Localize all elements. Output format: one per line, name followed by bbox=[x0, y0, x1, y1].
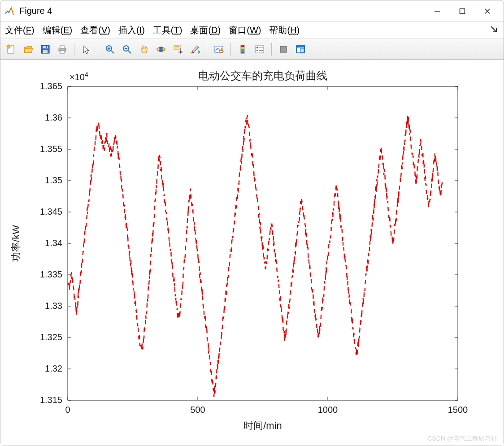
zoom-in-icon[interactable] bbox=[103, 42, 117, 56]
dock-icon[interactable] bbox=[293, 42, 308, 56]
toolbar bbox=[0, 39, 504, 60]
menu-file[interactable]: 文件(F) bbox=[5, 24, 35, 36]
data-cursor-icon[interactable] bbox=[171, 42, 185, 56]
svg-text:1.335: 1.335 bbox=[40, 269, 62, 279]
svg-rect-1 bbox=[460, 9, 465, 13]
svg-rect-22 bbox=[174, 45, 180, 50]
svg-rect-41 bbox=[280, 46, 287, 52]
svg-rect-12 bbox=[60, 51, 65, 53]
svg-rect-21 bbox=[160, 47, 162, 52]
svg-rect-28 bbox=[191, 52, 194, 53]
svg-text:1.315: 1.315 bbox=[40, 395, 62, 405]
menu-view[interactable]: 查看(V) bbox=[80, 24, 110, 36]
svg-text:1.33: 1.33 bbox=[45, 301, 62, 311]
svg-text:1000: 1000 bbox=[318, 405, 338, 415]
svg-text:1.34: 1.34 bbox=[45, 238, 62, 248]
figure-window: Figure 4 文件(F) 编辑(E) 查看(V) 插入(I) 工具(T) 桌… bbox=[0, 0, 504, 446]
menu-desktop[interactable]: 桌面(D) bbox=[190, 24, 221, 36]
close-button[interactable] bbox=[475, 1, 500, 21]
svg-rect-36 bbox=[256, 46, 264, 53]
svg-rect-35 bbox=[241, 51, 244, 53]
brush-icon[interactable] bbox=[188, 42, 202, 56]
print-icon[interactable] bbox=[55, 42, 70, 56]
svg-rect-34 bbox=[241, 49, 244, 52]
menu-help[interactable]: 帮助(H) bbox=[269, 24, 300, 36]
pan-icon[interactable] bbox=[137, 42, 151, 56]
new-figure-icon[interactable] bbox=[4, 42, 18, 56]
svg-text:0: 0 bbox=[65, 405, 70, 415]
menu-insert[interactable]: 插入(I) bbox=[118, 24, 145, 36]
svg-rect-33 bbox=[241, 47, 244, 49]
svg-text:1.32: 1.32 bbox=[45, 364, 62, 373]
svg-rect-44 bbox=[300, 48, 304, 52]
dock-arrow-icon[interactable] bbox=[490, 26, 498, 36]
link-plots-icon[interactable] bbox=[212, 42, 226, 56]
svg-rect-43 bbox=[296, 46, 304, 48]
svg-text:1.365: 1.365 bbox=[40, 81, 62, 91]
svg-rect-32 bbox=[241, 45, 244, 48]
svg-rect-45 bbox=[68, 87, 458, 400]
zoom-out-icon[interactable] bbox=[120, 42, 134, 56]
figure-area[interactable]: 0500100015001.3151.321.3251.331.3351.341… bbox=[0, 60, 504, 446]
svg-rect-37 bbox=[256, 47, 258, 48]
svg-text:时间/min: 时间/min bbox=[243, 420, 282, 431]
svg-line-14 bbox=[111, 51, 114, 53]
svg-text:1.35: 1.35 bbox=[45, 175, 62, 185]
pointer-icon[interactable] bbox=[79, 42, 93, 56]
svg-text:1.345: 1.345 bbox=[40, 207, 62, 217]
rotate3d-icon[interactable] bbox=[154, 42, 168, 56]
svg-rect-9 bbox=[46, 46, 47, 48]
menu-tools[interactable]: 工具(T) bbox=[153, 24, 182, 36]
svg-rect-11 bbox=[60, 46, 65, 48]
svg-rect-8 bbox=[43, 50, 48, 53]
menu-edit[interactable]: 编辑(E) bbox=[43, 24, 73, 36]
window-title: Figure 4 bbox=[19, 6, 52, 16]
svg-text:1500: 1500 bbox=[448, 405, 468, 415]
menu-window[interactable]: 窗口(W) bbox=[229, 24, 261, 36]
svg-text:1.36: 1.36 bbox=[45, 113, 62, 122]
maximize-button[interactable] bbox=[450, 1, 475, 21]
colorbar-icon[interactable] bbox=[235, 42, 250, 56]
minimize-button[interactable] bbox=[425, 1, 450, 21]
menubar: 文件(F) 编辑(E) 查看(V) 插入(I) 工具(T) 桌面(D) 窗口(W… bbox=[0, 22, 504, 39]
svg-text:功率/kW: 功率/kW bbox=[10, 225, 22, 262]
svg-text:500: 500 bbox=[190, 405, 205, 415]
svg-line-18 bbox=[128, 51, 131, 53]
save-icon[interactable] bbox=[38, 42, 52, 56]
svg-text:电动公交车的充电负荷曲线: 电动公交车的充电负荷曲线 bbox=[198, 69, 327, 82]
svg-rect-39 bbox=[256, 50, 258, 51]
legend-icon[interactable] bbox=[252, 42, 267, 56]
hide-tools-icon[interactable] bbox=[276, 42, 291, 56]
svg-text:×104: ×104 bbox=[70, 71, 88, 82]
matlab-icon bbox=[4, 6, 15, 17]
svg-text:1.325: 1.325 bbox=[40, 332, 62, 342]
open-icon[interactable] bbox=[21, 42, 35, 56]
svg-point-5 bbox=[7, 45, 10, 48]
svg-text:1.355: 1.355 bbox=[40, 144, 62, 154]
svg-rect-7 bbox=[43, 46, 48, 48]
axes[interactable]: 0500100015001.3151.321.3251.331.3351.341… bbox=[0, 60, 504, 444]
titlebar: Figure 4 bbox=[0, 0, 504, 22]
